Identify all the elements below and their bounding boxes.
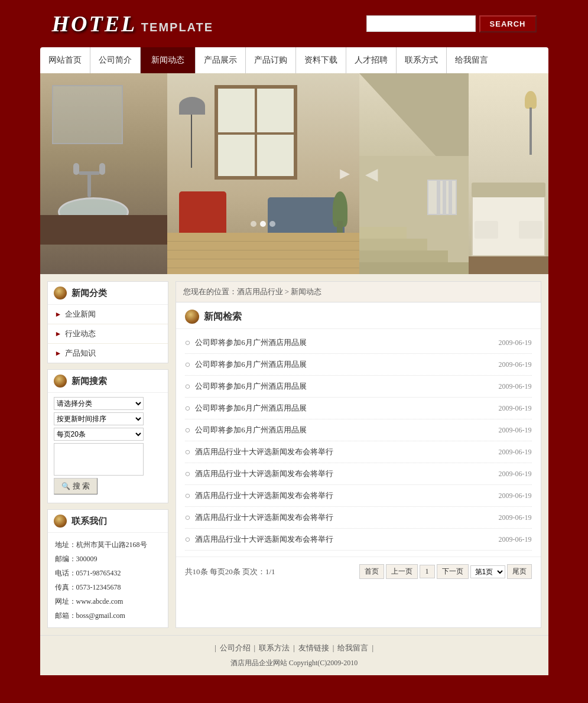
news-category-title: 新闻分类 [72, 288, 107, 299]
news-date: 2009-06-19 [499, 513, 532, 522]
news-bullet: ○ [185, 425, 191, 435]
news-item[interactable]: ○ 酒店用品行业十大评选新闻发布会将举行 2009-06-19 [185, 441, 532, 463]
news-category-section: 新闻分类 ► 企业新闻 ► 行业动态 ► 产品知识 [47, 281, 168, 363]
news-bullet: ○ [185, 403, 191, 414]
news-item[interactable]: ○ 公司即将参加6月广州酒店用品展 2009-06-19 [185, 398, 532, 419]
nav-item-contact[interactable]: 联系方式 [397, 47, 447, 73]
news-title: 公司即将参加6月广州酒店用品展 [195, 359, 307, 370]
footer-link-contact[interactable]: 联系方法 [259, 643, 290, 653]
sort-select[interactable]: 按更新时间排序 [54, 412, 144, 425]
contact-website: 网址：www.abcde.com [55, 594, 161, 608]
pagesize-select[interactable]: 每页20条 [54, 428, 144, 441]
news-title: 酒店用品行业十大评选新闻发布会将举行 [195, 468, 333, 479]
search-bar: SEarcH [366, 15, 537, 32]
news-item[interactable]: ○ 公司即将参加6月广州酒店用品展 2009-06-19 [185, 419, 532, 441]
footer-links: | 公司介绍 | 联系方法 | 友情链接 | 给我留言 | [47, 643, 541, 653]
logo-template: TEMPLATE [137, 21, 213, 34]
news-bullet: ○ [185, 468, 191, 479]
footer: | 公司介绍 | 联系方法 | 友情链接 | 给我留言 | 酒店用品企业网站 C… [40, 635, 548, 675]
contact-info: 地址：杭州市莫干山路2168号 邮编：300009 电话：0571-987654… [48, 533, 168, 627]
news-search-header: 新闻搜索 [48, 370, 168, 393]
news-title: 酒店用品行业十大评选新闻发布会将举行 [195, 512, 333, 523]
nav-bar: 网站首页 公司简介 新闻动态 产品展示 产品订购 资料下载 人才招聘 联系方式 … [40, 47, 548, 73]
news-bullet: ○ [185, 381, 191, 392]
page-select[interactable]: 第1页 [470, 565, 505, 578]
nav-item-recruit[interactable]: 人才招聘 [346, 47, 397, 73]
pagination-row: 共10条 每页20条 页次：1/1 首页 上一页 1 下一页 第1页 尾页 [176, 556, 541, 586]
news-title: 公司即将参加6月广州酒店用品展 [195, 425, 307, 435]
news-list: ○ 公司即将参加6月广州酒店用品展 2009-06-19 ○ 公司即将参加6月广… [176, 329, 541, 554]
footer-sep-3: | [333, 643, 334, 653]
news-date: 2009-06-19 [499, 492, 532, 500]
pagination-buttons: 首页 上一页 1 下一页 第1页 尾页 [359, 564, 532, 579]
logo-hotel: HOTEL [52, 11, 137, 36]
search-input[interactable] [366, 15, 476, 32]
news-title: 公司即将参加6月广州酒店用品展 [195, 337, 307, 348]
search-icon: 🔍 [61, 482, 70, 490]
contact-email: 邮箱：boss@gmail.com [55, 608, 161, 623]
nav-item-home[interactable]: 网站首页 [40, 47, 90, 73]
news-bullet: ○ [185, 534, 191, 545]
news-date: 2009-06-19 [499, 426, 532, 435]
nav-item-products[interactable]: 产品展示 [196, 47, 246, 73]
search-section-icon [54, 375, 67, 388]
search-text-input[interactable] [54, 443, 144, 476]
category-icon [54, 287, 67, 300]
news-item[interactable]: ○ 酒店用品行业十大评选新闻发布会将举行 2009-06-19 [185, 463, 532, 485]
nav-item-message[interactable]: 给我留言 [447, 47, 496, 73]
news-search-label: 新闻搜索 [72, 376, 107, 387]
footer-link-message[interactable]: 给我留言 [337, 643, 368, 653]
news-item[interactable]: ○ 公司即将参加6月广州酒店用品展 2009-06-19 [185, 332, 532, 354]
arrow-icon-3: ► [55, 349, 62, 358]
news-bullet: ○ [185, 512, 191, 523]
last-page-button[interactable]: 尾页 [507, 564, 532, 579]
news-bullet: ○ [185, 359, 191, 370]
category-select[interactable]: 请选择分类 [54, 397, 144, 410]
slide-4 [469, 73, 548, 274]
prev-page-button[interactable]: 上一页 [386, 564, 418, 579]
nav-item-download[interactable]: 资料下载 [296, 47, 346, 73]
news-date: 2009-06-19 [499, 382, 532, 391]
content-area: 新闻分类 ► 企业新闻 ► 行业动态 ► 产品知识 [40, 274, 548, 635]
slide-1 [40, 73, 167, 274]
contact-postcode: 邮编：300009 [55, 552, 161, 566]
next-page-button[interactable]: 下一页 [437, 564, 469, 579]
news-title: 公司即将参加6月广州酒店用品展 [195, 403, 307, 414]
news-item[interactable]: ○ 酒店用品行业十大评选新闻发布会将举行 2009-06-19 [185, 507, 532, 529]
main-content: 您现在的位置：酒店用品行业 > 新闻动态 新闻检索 ○ 公司即将参加6月广州酒店… [176, 281, 541, 628]
news-bullet: ○ [185, 490, 191, 501]
slide-3: ◀ [359, 73, 469, 274]
news-search-section-title: 新闻检索 [204, 311, 242, 323]
first-page-button[interactable]: 首页 [359, 564, 384, 579]
footer-copyright: 酒店用品企业网站 Copyright(C)2009-2010 [47, 658, 541, 668]
footer-link-friends[interactable]: 友情链接 [298, 643, 329, 653]
contact-title: 联系我们 [72, 516, 107, 527]
contact-section: 联系我们 地址：杭州市莫干山路2168号 邮编：300009 电话：0571-9… [47, 509, 168, 628]
category-item-3[interactable]: ► 产品知识 [48, 344, 168, 363]
news-date: 2009-06-19 [499, 448, 532, 457]
sidebar-search-button[interactable]: 🔍 搜 索 [54, 478, 98, 494]
news-date: 2009-06-19 [499, 360, 532, 369]
news-item[interactable]: ○ 酒店用品行业十大评选新闻发布会将举行 2009-06-19 [185, 529, 532, 551]
contact-fax: 传真：0573-12345678 [55, 580, 161, 594]
current-page: 1 [420, 565, 435, 578]
news-title: 酒店用品行业十大评选新闻发布会将举行 [195, 447, 333, 457]
news-item[interactable]: ○ 公司即将参加6月广州酒店用品展 2009-06-19 [185, 376, 532, 398]
contact-header: 联系我们 [48, 510, 168, 533]
footer-link-about[interactable]: 公司介绍 [220, 643, 251, 653]
news-date: 2009-06-19 [499, 404, 532, 413]
news-item[interactable]: ○ 酒店用品行业十大评选新闻发布会将举行 2009-06-19 [185, 485, 532, 507]
nav-item-about[interactable]: 公司简介 [90, 47, 141, 73]
news-search-header-row: 新闻检索 [176, 302, 541, 329]
nav-item-news[interactable]: 新闻动态 [141, 47, 196, 73]
category-item-2[interactable]: ► 行业动态 [48, 324, 168, 344]
category-item-1[interactable]: ► 企业新闻 [48, 305, 168, 324]
news-bullet: ○ [185, 447, 191, 457]
nav-item-order[interactable]: 产品订购 [246, 47, 296, 73]
news-item[interactable]: ○ 公司即将参加6月广州酒店用品展 2009-06-19 [185, 354, 532, 376]
search-button[interactable]: SEarcH [479, 15, 537, 32]
contact-phone: 电话：0571-98765432 [55, 566, 161, 580]
footer-sep-4: | [372, 643, 373, 653]
sidebar: 新闻分类 ► 企业新闻 ► 行业动态 ► 产品知识 [47, 281, 168, 628]
news-category-header: 新闻分类 [48, 282, 168, 305]
